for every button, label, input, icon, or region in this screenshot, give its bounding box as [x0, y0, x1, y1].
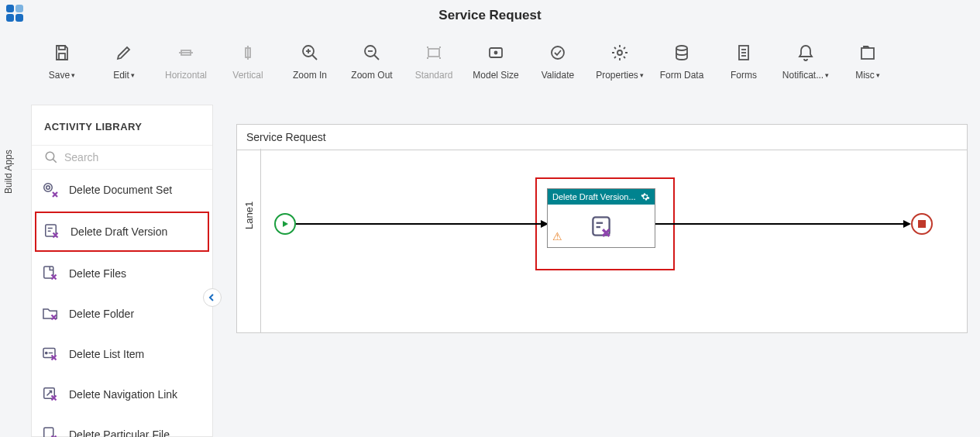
activity-node[interactable]: Delete Draft Version... ⚠ [547, 188, 655, 248]
search-input-wrap[interactable] [32, 145, 212, 170]
activity-icon [41, 264, 60, 283]
module-tab-build-apps[interactable]: Build Apps [0, 142, 17, 201]
toolbar-icon [425, 43, 443, 62]
toolbar-zoom-in[interactable]: Zoom In [279, 35, 341, 89]
library-item-delete-folder[interactable]: Delete Folder [32, 294, 212, 334]
delete-draft-icon [588, 213, 614, 239]
chevron-down-icon: ▾ [640, 71, 644, 79]
toolbar: Save▾Edit▾HorizontalVerticalZoom InZoom … [31, 35, 976, 89]
activity-icon [41, 305, 60, 323]
chevron-down-icon: ▾ [876, 71, 880, 79]
gear-icon[interactable] [641, 192, 650, 201]
activity-icon [41, 345, 60, 363]
svg-marker-37 [283, 221, 288, 227]
end-node[interactable] [911, 213, 933, 235]
chevron-down-icon: ▾ [131, 71, 135, 79]
toolbar-icon [487, 43, 505, 62]
toolbar-icon [796, 43, 815, 62]
library-item-label: Delete Files [69, 267, 126, 280]
library-item-delete-files[interactable]: Delete Files [32, 253, 212, 294]
svg-rect-13 [428, 49, 439, 57]
chevron-down-icon: ▾ [71, 71, 75, 79]
lane-label: Lane1 [243, 201, 255, 229]
toolbar-icon [239, 43, 257, 62]
play-icon [281, 220, 289, 228]
activity-label: Delete Draft Version... [552, 192, 636, 201]
toolbar-edit[interactable]: Edit▾ [93, 35, 155, 89]
toolbar-vertical: Vertical [217, 35, 279, 89]
toolbar-icon [115, 43, 133, 62]
sidebar-title: ACTIVITY LIBRARY [32, 118, 212, 145]
svg-rect-23 [861, 48, 874, 59]
svg-line-25 [53, 159, 57, 163]
library-item-label: Delete Draft Version [70, 225, 167, 238]
svg-point-26 [44, 184, 53, 192]
toolbar-save[interactable]: Save▾ [31, 35, 93, 89]
activity-icon [43, 222, 61, 241]
svg-point-17 [617, 50, 622, 55]
activity-icon [41, 425, 60, 437]
toolbar-horizontal: Horizontal [155, 35, 217, 89]
library-item-label: Delete Document Set [69, 184, 172, 196]
page-title: Service Request [0, 8, 980, 23]
toolbar-icon [548, 43, 567, 62]
toolbar-icon [53, 43, 71, 62]
svg-line-11 [374, 55, 379, 60]
toolbar-zoom-out[interactable]: Zoom Out [341, 35, 403, 89]
svg-point-33 [46, 352, 47, 353]
library-item-delete-navigation-link[interactable]: Delete Navigation Link [32, 374, 212, 415]
start-node[interactable] [274, 213, 296, 235]
svg-rect-1 [59, 53, 65, 60]
toolbar-validate[interactable]: Validate [527, 35, 589, 89]
search-input[interactable] [64, 151, 200, 163]
library-item-label: Delete Particular File [69, 428, 170, 437]
svg-rect-0 [59, 46, 65, 50]
library-item-delete-document-set[interactable]: Delete Document Set [32, 170, 212, 210]
chevron-down-icon: ▾ [825, 71, 829, 79]
library-item-label: Delete Folder [69, 308, 134, 320]
toolbar-standard: Standard [403, 35, 465, 89]
toolbar-icon [301, 43, 319, 62]
chevron-left-icon [208, 294, 216, 301]
canvas-title: Service Request [237, 125, 967, 150]
activity-icon [41, 181, 60, 199]
toolbar-icon [363, 43, 381, 62]
toolbar-form-data[interactable]: Form Data [651, 35, 713, 89]
activity-library-panel: ACTIVITY LIBRARY Delete Document SetDele… [31, 105, 213, 437]
toolbar-icon [610, 43, 629, 62]
svg-point-15 [495, 52, 497, 54]
toolbar-misc[interactable]: Misc▾ [837, 35, 899, 89]
library-item-label: Delete List Item [69, 348, 144, 360]
svg-rect-31 [44, 267, 53, 278]
warning-icon: ⚠ [552, 230, 562, 243]
toolbar-icon [177, 43, 195, 62]
toolbar-properties[interactable]: Properties▾ [589, 35, 651, 89]
library-item-label: Delete Navigation Link [69, 388, 177, 401]
toolbar-icon [734, 43, 753, 62]
library-item-delete-particular-file[interactable]: Delete Particular File [32, 415, 212, 437]
toolbar-icon [672, 43, 691, 62]
toolbar-model-size[interactable]: Model Size [465, 35, 527, 89]
svg-point-16 [552, 46, 564, 59]
activity-icon [41, 385, 60, 404]
svg-point-24 [46, 152, 54, 160]
library-item-delete-draft-version[interactable]: Delete Draft Version [35, 212, 209, 252]
process-canvas[interactable]: Service Request Lane1 Delete Draft Versi… [236, 124, 968, 333]
library-item-delete-list-item[interactable]: Delete List Item [32, 334, 212, 374]
search-icon [44, 150, 58, 164]
svg-line-7 [312, 55, 317, 60]
svg-point-18 [676, 46, 687, 50]
collapse-sidebar-button[interactable] [203, 288, 222, 307]
toolbar-forms[interactable]: Forms [713, 35, 775, 89]
svg-point-27 [46, 186, 50, 190]
toolbar-notificat-[interactable]: Notificat...▾ [775, 35, 837, 89]
toolbar-icon [858, 43, 877, 62]
